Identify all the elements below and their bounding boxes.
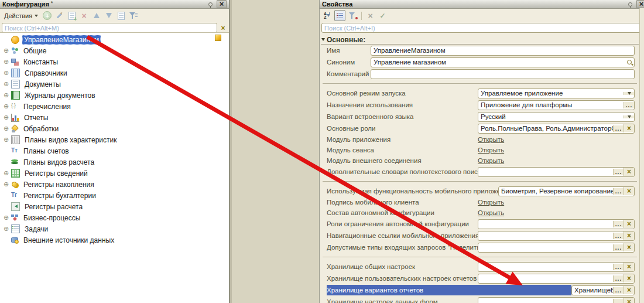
expand-icon[interactable]: ⊕ (2, 59, 10, 65)
property-value-field[interactable]: ...× (478, 167, 635, 177)
pin-icon[interactable] (628, 2, 632, 6)
apply-button[interactable]: ✓ (378, 11, 388, 21)
choose-button[interactable]: ... (613, 264, 624, 270)
tree-item[interactable]: ⊕Планы видов характеристик (0, 134, 229, 145)
tree-item[interactable]: ⊕Общие (0, 45, 229, 56)
expand-icon[interactable]: ⊕ (2, 70, 10, 76)
property-value-field[interactable]: Управление магазином (371, 57, 635, 67)
scrollbar[interactable] (639, 8, 644, 303)
property-value-field[interactable]: Биометрия, Резервное копирование...× (498, 186, 635, 196)
dropdown-button[interactable] (624, 115, 634, 118)
choose-button[interactable]: ... (613, 125, 624, 132)
tree-item[interactable]: ⊕Задачи (0, 223, 229, 234)
move-up-button[interactable] (91, 11, 101, 21)
expand-icon[interactable]: ⊕ (2, 170, 10, 176)
open-link[interactable]: Открыть (478, 136, 504, 143)
expand-icon[interactable]: ⊕ (2, 215, 10, 221)
property-value-field[interactable]: Приложение для платформы... (478, 100, 635, 110)
delete-button[interactable]: × (79, 11, 89, 21)
copy-button[interactable] (67, 11, 77, 21)
clear-button[interactable]: × (365, 11, 375, 21)
property-value-field[interactable]: Роль.ПолныеПрава, Роль.АдминистраторСис.… (478, 124, 635, 134)
choose-button[interactable]: ... (613, 299, 624, 303)
property-value-field[interactable] (371, 69, 635, 79)
search-clear-button[interactable]: × (219, 24, 227, 32)
tree-item[interactable]: Планы видов расчета (0, 156, 229, 168)
tree-item[interactable]: ⊕Регистры сведений (0, 168, 229, 179)
clear-value-button[interactable]: × (624, 286, 634, 294)
config-search-input[interactable] (2, 23, 217, 33)
tree-item[interactable]: Планы счетов (0, 145, 229, 156)
property-value-field[interactable]: ...× (478, 297, 635, 303)
property-value-field[interactable]: ХранилищеВариантовОтчетов...× (571, 285, 635, 295)
sort-alphabetical-button[interactable]: AZ (322, 11, 332, 21)
display-by-categories-button[interactable] (334, 10, 345, 21)
tree-item[interactable]: Регистры расчета (0, 201, 229, 212)
show-only-changed-button[interactable] (348, 11, 358, 21)
property-value-field[interactable]: Русский (478, 112, 635, 122)
expand-icon[interactable]: ⊕ (2, 103, 10, 110)
tree-item[interactable]: ⊕Обработки (0, 123, 229, 134)
tree-item[interactable]: ⊕Регистры накопления (0, 179, 229, 190)
open-link[interactable]: Открыть (478, 199, 504, 206)
open-link[interactable]: Открыть (478, 209, 504, 216)
tree-item[interactable]: УправлениеМагазином (0, 34, 229, 45)
tree-item[interactable]: ⊕Справочники (0, 67, 229, 79)
clear-value-button[interactable]: × (624, 231, 634, 240)
open-link[interactable]: Открыть (478, 157, 504, 164)
choose-button[interactable]: ... (613, 188, 624, 195)
tree-item[interactable]: Внешние источники данных (0, 234, 229, 246)
expand-icon[interactable]: ⊕ (2, 226, 10, 232)
choose-button[interactable]: ... (613, 221, 624, 227)
open-object-button[interactable] (116, 11, 126, 21)
tree-item[interactable]: ⊕Константы (0, 56, 229, 67)
property-value-field[interactable]: ...× (478, 243, 635, 253)
expand-icon[interactable]: ⊕ (2, 92, 10, 98)
tree-item[interactable]: ⊕Отчеты (0, 112, 229, 123)
accumulation-registers-icon (11, 181, 19, 188)
tree-item[interactable]: ⊕Бизнес-процессы (0, 212, 229, 223)
property-value-field[interactable]: ...× (478, 274, 635, 284)
expand-icon[interactable]: ⊕ (2, 137, 10, 143)
clear-value-button[interactable]: × (624, 243, 634, 251)
property-value-field[interactable]: ...× (478, 231, 635, 241)
tree-item[interactable]: Регистры бухгалтерии (0, 190, 229, 201)
choose-button[interactable]: ... (613, 233, 624, 239)
expand-icon[interactable]: ⊕ (2, 181, 10, 188)
group-header[interactable]: Основные: (321, 35, 639, 45)
clear-value-button[interactable]: × (624, 124, 634, 132)
choose-button[interactable]: ... (624, 102, 634, 108)
property-value-field[interactable]: ...× (478, 219, 635, 229)
choose-button[interactable]: ... (613, 244, 624, 251)
tree-item[interactable]: ⊕Журналы документов (0, 90, 229, 101)
clear-value-button[interactable]: × (624, 220, 634, 228)
clear-value-button[interactable]: × (624, 187, 634, 195)
clear-value-button[interactable]: × (624, 168, 634, 176)
clear-value-button[interactable]: × (624, 263, 634, 271)
choose-button[interactable]: ... (613, 275, 624, 282)
expand-icon[interactable]: ⊕ (2, 81, 10, 87)
filter-button[interactable] (128, 11, 138, 21)
edit-button[interactable] (54, 11, 64, 21)
property-value-field[interactable]: Управляемое приложение (478, 88, 635, 98)
properties-search-input[interactable] (321, 23, 643, 33)
property-value-field[interactable]: ...× (478, 262, 635, 272)
close-panel-button[interactable]: × (217, 0, 227, 8)
open-link[interactable]: Открыть (478, 147, 504, 154)
choose-button[interactable]: ... (613, 169, 624, 175)
property-value-field[interactable]: УправлениеМагазином (371, 46, 635, 56)
add-button[interactable]: + (42, 11, 52, 21)
tree-item[interactable]: ⊕Перечисления (0, 101, 229, 112)
pin-icon[interactable] (208, 2, 213, 6)
dropdown-button[interactable] (624, 92, 634, 95)
expand-icon[interactable]: ⊕ (2, 47, 10, 54)
expand-icon[interactable]: ⊕ (2, 125, 10, 132)
tree-item[interactable]: ⊕Документы (0, 79, 229, 90)
expand-icon[interactable]: ⊕ (2, 114, 10, 121)
move-down-button[interactable] (104, 11, 114, 21)
close-panel-button[interactable]: × (636, 0, 644, 8)
choose-button[interactable]: ... (613, 287, 624, 294)
actions-menu-button[interactable]: Действия (2, 12, 40, 20)
clear-value-button[interactable]: × (624, 274, 634, 282)
clear-value-button[interactable]: × (624, 298, 634, 303)
